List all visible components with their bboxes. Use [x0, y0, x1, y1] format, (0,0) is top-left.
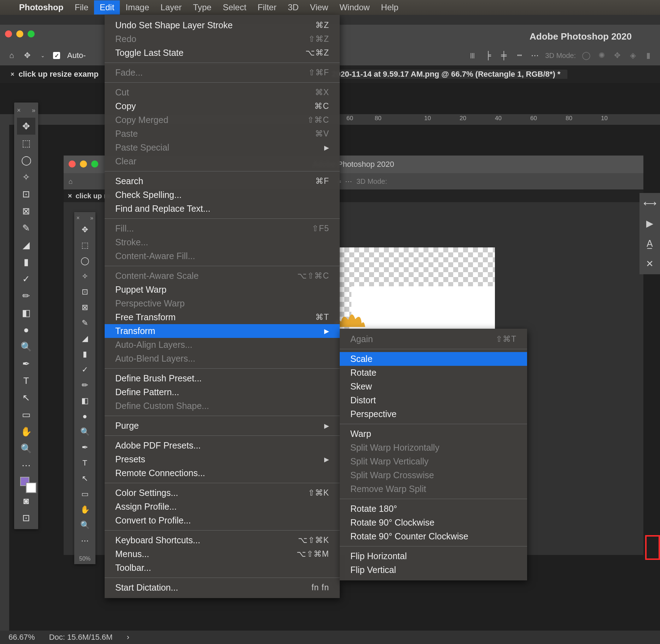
menu-item[interactable]: Undo Set Shape Layer Stroke⌘Z	[105, 18, 340, 32]
expand-icon[interactable]: ⟷	[643, 198, 656, 209]
tool-button[interactable]: ●	[77, 409, 93, 424]
menu-item[interactable]: Copy⌘C	[105, 99, 340, 113]
menu-item[interactable]: Search⌘F	[105, 174, 340, 188]
home-icon[interactable]: ⌂	[69, 177, 73, 186]
menu-item[interactable]: Adobe PDF Presets...	[105, 439, 340, 452]
type-icon[interactable]: A̲	[647, 238, 653, 249]
quickmask-icon[interactable]: ◙	[17, 492, 35, 509]
tool-button[interactable]: ◢	[17, 236, 35, 253]
close-button[interactable]	[69, 160, 76, 168]
tool-button[interactable]: ✥	[17, 118, 35, 135]
menu-item[interactable]: Perspective	[340, 407, 527, 421]
tool-button[interactable]: ✋	[17, 423, 35, 440]
menu-item[interactable]: Purge▶	[105, 419, 340, 433]
tool-button[interactable]: ✋	[77, 502, 93, 517]
document-tab[interactable]: × click up resize examp	[4, 70, 106, 79]
menu-item[interactable]: Flip Vertical	[340, 563, 527, 577]
expand-icon[interactable]: »	[32, 107, 35, 114]
menu-item[interactable]: Menus...⌥⇧⌘M	[105, 547, 340, 561]
menu-item[interactable]: Warp	[340, 427, 527, 441]
tool-button[interactable]: ▭	[77, 486, 93, 502]
zoom-level[interactable]: 66.67%	[8, 633, 35, 642]
menu-item[interactable]: Transform▶	[105, 324, 340, 338]
menu-file[interactable]: File	[69, 0, 94, 14]
tool-button[interactable]: ▭	[17, 406, 35, 423]
tool-button[interactable]: ⊠	[17, 203, 35, 219]
menu-item[interactable]: Toolbar...	[105, 561, 340, 575]
tool-button[interactable]: ✏	[77, 377, 93, 393]
doc-size[interactable]: Doc: 15.6M/15.6M	[49, 633, 113, 642]
menu-window[interactable]: Window	[334, 0, 375, 14]
tool-button[interactable]: ↖	[77, 471, 93, 486]
close-icon[interactable]: ×	[11, 71, 14, 78]
tool-button[interactable]: ◧	[17, 304, 35, 321]
menu-layer[interactable]: Layer	[155, 0, 187, 14]
tool-button[interactable]: ✓	[17, 270, 35, 287]
tool-button[interactable]: ◢	[77, 331, 93, 346]
tool-button[interactable]: ✓	[77, 362, 93, 377]
3d-icon[interactable]: ✺	[596, 50, 607, 61]
more-icon[interactable]: ⋯	[530, 50, 540, 61]
menu-item[interactable]: Scale	[340, 352, 527, 366]
menu-item[interactable]: Distort	[340, 393, 527, 407]
menu-item[interactable]: Rotate	[340, 366, 527, 380]
menu-view[interactable]: View	[304, 0, 334, 14]
tool-button[interactable]: ▮	[17, 253, 35, 270]
menu-item[interactable]: Presets▶	[105, 452, 340, 466]
tool-button[interactable]: ↖	[17, 389, 35, 406]
tool-button[interactable]: ◧	[77, 393, 93, 409]
align-icon[interactable]: ┉	[514, 50, 525, 61]
menu-item[interactable]: Rotate 90° Counter Clockwise	[340, 529, 527, 543]
tool-button[interactable]: ✒	[77, 440, 93, 455]
menu-item[interactable]: Color Settings...⇧⌘K	[105, 486, 340, 500]
menu-help[interactable]: Help	[375, 0, 404, 14]
menu-item[interactable]: Free Transform⌘T	[105, 310, 340, 324]
menu-item[interactable]: Flip Horizontal	[340, 549, 527, 563]
tools-icon[interactable]: ✕	[646, 258, 654, 269]
menu-item[interactable]: Check Spelling...	[105, 188, 340, 202]
tool-button[interactable]: ◯	[17, 152, 35, 169]
tool-button[interactable]: ✒	[17, 355, 35, 372]
menu-item[interactable]: Skew	[340, 380, 527, 393]
maximize-button[interactable]	[91, 160, 98, 168]
close-button[interactable]	[5, 30, 12, 37]
tool-button[interactable]: ⊡	[17, 186, 35, 203]
menu-item[interactable]: Define Pattern...	[105, 385, 340, 399]
move-icon[interactable]: ✥	[22, 50, 33, 61]
tool-button[interactable]: T	[77, 455, 93, 471]
menu-item[interactable]: Remote Connections...	[105, 466, 340, 480]
close-icon[interactable]: ×	[17, 107, 21, 114]
autoselect-checkbox[interactable]: ✓	[53, 52, 60, 59]
tool-button[interactable]: ✎	[77, 315, 93, 331]
menu-edit[interactable]: Edit	[94, 0, 120, 14]
document-tab[interactable]: 2020-11-14 at 9.59.17 AM.png @ 66.7% (Re…	[325, 70, 568, 79]
tool-button[interactable]: T	[17, 372, 35, 389]
menu-select[interactable]: Select	[217, 0, 252, 14]
chevron-right-icon[interactable]: ›	[127, 633, 129, 642]
tool-button[interactable]: ▮	[77, 346, 93, 362]
tool-button[interactable]: ●	[17, 321, 35, 338]
tool-button[interactable]: ◯	[77, 253, 93, 269]
align-icon[interactable]: ╞	[483, 50, 493, 61]
tool-button[interactable]: 🔍	[17, 440, 35, 457]
dropdown-icon[interactable]: ⌄	[37, 50, 48, 61]
menu-item[interactable]: Find and Replace Text...	[105, 202, 340, 216]
tool-button[interactable]: ✏	[17, 287, 35, 304]
close-icon[interactable]: ×	[68, 192, 72, 200]
menu-image[interactable]: Image	[120, 0, 155, 14]
menu-item[interactable]: Puppet Warp	[105, 283, 340, 297]
tool-button[interactable]: 🔍	[77, 424, 93, 440]
orbit-icon[interactable]: ◯	[581, 50, 591, 61]
tool-button[interactable]: ⊡	[77, 284, 93, 300]
menu-type[interactable]: Type	[187, 0, 217, 14]
expand-icon[interactable]: »	[90, 215, 93, 221]
align-icon[interactable]: ⫼	[467, 50, 478, 61]
menu-item[interactable]: Define Brush Preset...	[105, 371, 340, 385]
3d-icon[interactable]: ◈	[627, 50, 638, 61]
tool-button[interactable]: 🔍	[17, 338, 35, 355]
more-icon[interactable]: ⋯	[345, 177, 352, 186]
tool-button[interactable]: ✧	[17, 169, 35, 186]
tool-button[interactable]: 🔍	[77, 517, 93, 533]
tool-button[interactable]: ✥	[77, 222, 93, 238]
tool-button[interactable]: ✎	[17, 219, 35, 236]
